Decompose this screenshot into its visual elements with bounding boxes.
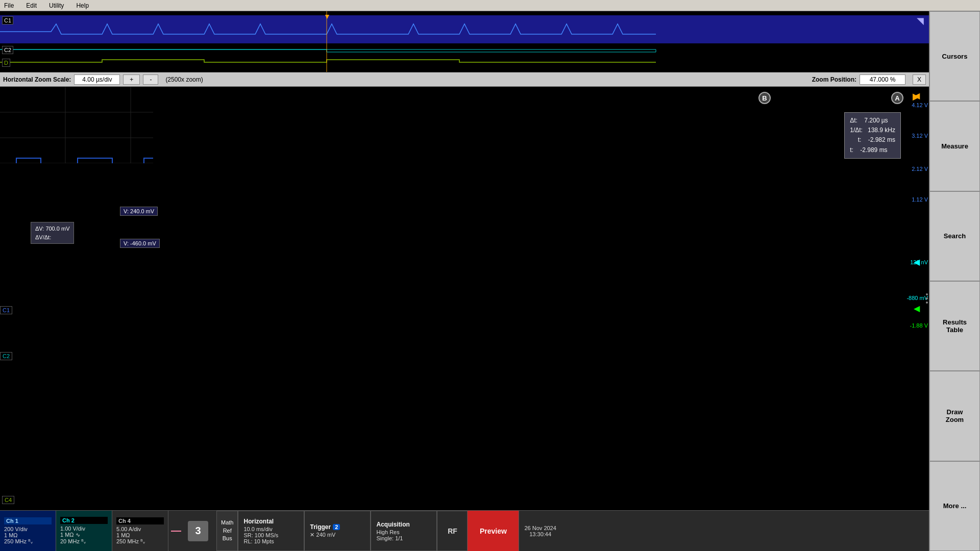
t-a-line: t: -2.982 ms: [850, 135, 895, 145]
horizontal-block[interactable]: Horizontal 10.0 ms/div SR: 100 MS/s RL: …: [238, 511, 304, 551]
ch2-line3: 20 MHz ᴮᵥ: [60, 538, 108, 545]
delta-t-value: 7.200 µs: [864, 117, 888, 124]
menu-utility[interactable]: Utility: [47, 1, 66, 10]
ch2-info: Ch 2 1.00 V/div 1 MΩ ∿ 20 MHz ᴮᵥ: [56, 511, 112, 551]
delta-v-line: ΔV: 700.0 mV: [35, 224, 69, 233]
ch4-line2: 1 MΩ: [116, 532, 164, 538]
time-line: 13:30:44: [529, 531, 551, 537]
trigger-badge: 2: [333, 524, 340, 530]
cursor-a-marker[interactable]: A: [891, 92, 903, 104]
trigger-title-row: Trigger 2: [310, 523, 365, 531]
ch1-line3: 250 MHz ᴮᵥ: [4, 538, 52, 545]
t-b-value: -2.989 ms: [860, 146, 887, 154]
zoom-value-display[interactable]: 4.00 µs/div: [74, 74, 120, 85]
zoom-plus-btn[interactable]: +: [123, 74, 140, 85]
pink-indicator: [168, 511, 184, 551]
voltage-label-212: 2.12 V: [912, 166, 928, 172]
zoom-info: (2500x zoom): [161, 76, 207, 83]
ch1-waveform-label: C1: [0, 306, 12, 314]
waveform-display[interactable]: C1 C2 B A ▶ Δt: 7.200 µs 1/Δt: 138.9 kHz: [0, 87, 929, 510]
ch4-overview-label: D: [2, 59, 10, 67]
ch4-waveform-label: C4: [2, 496, 14, 504]
delta-t-label: Δt:: [850, 117, 857, 124]
zoom-position-label: Zoom Position:: [812, 76, 856, 83]
zoom-minus-btn[interactable]: -: [143, 74, 158, 85]
horizontal-line2: SR: 100 MS/s: [243, 532, 299, 538]
menu-help[interactable]: Help: [74, 1, 91, 10]
ch4-right-arrow: ◀: [914, 304, 920, 313]
ch2-overview-label: C2: [2, 46, 13, 54]
svg-rect-0: [0, 15, 929, 43]
ch2-waveform-label: C2: [0, 352, 12, 360]
delta-t-line: Δt: 7.200 µs: [850, 116, 895, 126]
dots-panel: [925, 291, 929, 306]
main-layout: ▼ ◥ C1 C2 D Horizontal Zoom Scale: 4.00 …: [0, 11, 980, 551]
scope-area: ▼ ◥ C1 C2 D Horizontal Zoom Scale: 4.00 …: [0, 11, 929, 551]
ch1-line1: 200 V/div: [4, 526, 52, 532]
zoom-close-btn[interactable]: X: [913, 74, 926, 85]
t-b-label: t:: [850, 146, 853, 154]
number-3: 3: [188, 521, 208, 541]
overview-strip: ▼ ◥ C1 C2 D: [0, 11, 929, 72]
trigger-icon: ▼: [324, 12, 331, 20]
inv-delta-t-value: 138.9 kHz: [868, 127, 895, 134]
v-bot-cursor: V: -460.0 mV: [120, 239, 160, 248]
rf-label: RF: [448, 527, 457, 535]
math-ref-bus-block[interactable]: Math Ref Bus: [216, 511, 238, 551]
voltage-label-112: 1.12 V: [912, 196, 928, 203]
corner-indicator: ◥: [917, 15, 924, 27]
acquisition-block[interactable]: Acquisition High Res Single: 1/1: [371, 511, 437, 551]
menu-file[interactable]: File: [2, 1, 16, 10]
datetime-block: 26 Nov 2024 13:30:44: [519, 511, 561, 551]
c2-measurement-box: ΔV: 700.0 mV ΔV/Δt:: [31, 222, 74, 244]
acq-title: Acquisition: [376, 521, 431, 528]
results-table-btn[interactable]: Results Table: [929, 281, 980, 371]
preview-label: Preview: [480, 527, 507, 535]
ch1-title: Ch 1: [4, 517, 52, 524]
measure-btn[interactable]: Measure: [929, 101, 980, 191]
t-b-line: t: -2.989 ms: [850, 145, 895, 155]
voltage-label-412: 4.12 V: [912, 102, 928, 108]
ch2-title: Ch 2: [60, 517, 108, 524]
math-ref-bus-label: Math Ref Bus: [221, 519, 233, 542]
menu-edit[interactable]: Edit: [24, 1, 39, 10]
right-panel: Cursors Measure Search Results Table Dra…: [929, 11, 980, 551]
preview-btn[interactable]: Preview: [468, 511, 519, 551]
t-a-value: -2.982 ms: [868, 136, 895, 143]
ch4-info: Ch 4 5.00 A/div 1 MΩ 250 MHz ᴮᵥ: [112, 511, 168, 551]
t-a-label: t:: [858, 136, 862, 143]
ch2-line1: 1.00 V/div: [60, 525, 108, 532]
number-3-block[interactable]: 3: [184, 511, 216, 551]
ch2-line2: 1 MΩ ∿: [60, 532, 108, 538]
trigger-title-label: Trigger: [310, 523, 331, 531]
horizontal-line3: RL: 10 Mpts: [243, 538, 299, 544]
inv-delta-t-line: 1/Δt: 138.9 kHz: [850, 126, 895, 135]
ch1-info: Ch 1 200 V/div 1 MΩ 250 MHz ᴮᵥ: [0, 511, 56, 551]
horizontal-line1: 10.0 ms/div: [243, 526, 299, 532]
voltage-label-188: -1.88 V: [910, 322, 928, 329]
zoom-scale-label: Horizontal Zoom Scale:: [3, 76, 71, 83]
rf-block[interactable]: RF: [437, 511, 468, 551]
draw-zoom-btn[interactable]: Draw Zoom: [929, 371, 980, 461]
more-btn[interactable]: More ...: [929, 461, 980, 551]
zoom-position-value[interactable]: 47.000 %: [860, 74, 905, 85]
acq-line2: Single: 1/1: [376, 535, 431, 541]
zoom-bar: Horizontal Zoom Scale: 4.00 µs/div + - (…: [0, 72, 929, 87]
ch2-right-arrow: ◀: [914, 257, 920, 267]
ch1-overview-label: C1: [2, 16, 13, 24]
trigger-right-arrow: ◀: [914, 91, 920, 101]
cursor-b-marker[interactable]: B: [758, 92, 771, 104]
search-btn[interactable]: Search: [929, 191, 980, 281]
delta-v-dt-line: ΔV/Δt:: [35, 233, 69, 242]
acq-line1: High Res: [376, 529, 431, 535]
ch4-line1: 5.00 A/div: [116, 526, 164, 532]
inv-delta-t-label: 1/Δt:: [850, 127, 863, 134]
trigger-block[interactable]: Trigger 2 ✕ 240 mV: [304, 511, 371, 551]
horizontal-title: Horizontal: [243, 518, 299, 525]
cursor-readout-box: Δt: 7.200 µs 1/Δt: 138.9 kHz t: -2.982 m…: [844, 112, 901, 159]
voltage-label-312: 3.12 V: [912, 133, 928, 139]
status-bar: Ch 1 200 V/div 1 MΩ 250 MHz ᴮᵥ Ch 2 1.00…: [0, 510, 929, 551]
ch1-line2: 1 MΩ: [4, 532, 52, 538]
cursors-btn[interactable]: Cursors: [929, 11, 980, 101]
ch4-title: Ch 4: [116, 517, 164, 524]
